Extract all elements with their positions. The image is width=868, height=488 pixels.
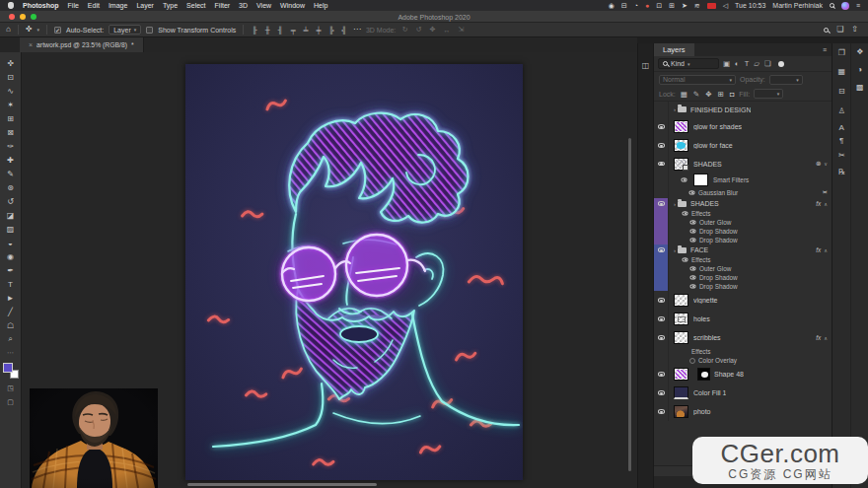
layer-thumbnail[interactable] xyxy=(674,368,688,381)
align-icon-2[interactable]: ╢ xyxy=(278,27,283,34)
tab-layers[interactable]: Layers xyxy=(654,43,694,56)
layer-visibility-cell[interactable] xyxy=(654,136,669,155)
align-icon-0[interactable]: ╟ xyxy=(253,27,257,34)
menu-item-layer[interactable]: Layer xyxy=(136,2,154,9)
layer-row[interactable]: Outer Glow xyxy=(654,218,832,227)
eraser-tool[interactable]: ◪ xyxy=(2,208,20,222)
layer-name[interactable]: photo xyxy=(693,408,711,415)
menu-item-window[interactable]: Window xyxy=(280,2,305,9)
layer-thumbnail[interactable] xyxy=(674,158,688,171)
layer-visibility-cell[interactable] xyxy=(654,291,669,310)
layer-visibility-cell[interactable] xyxy=(654,282,669,291)
layer-row[interactable]: glow for shades xyxy=(654,117,832,136)
layer-thumbnail[interactable] xyxy=(674,405,688,418)
eye-icon[interactable] xyxy=(690,221,696,225)
layer-name[interactable]: Outer Glow xyxy=(699,219,731,226)
eye-icon[interactable] xyxy=(658,201,665,206)
menu-item-help[interactable]: Help xyxy=(314,2,327,9)
airplay-icon[interactable]: ⊡ xyxy=(656,2,662,9)
frame-tool[interactable]: ⊠ xyxy=(2,125,20,139)
eye-icon[interactable] xyxy=(690,276,696,280)
layer-mask-thumbnail[interactable] xyxy=(697,368,710,381)
layer-row[interactable]: Outer Glow xyxy=(654,264,832,273)
eyedropper-tool[interactable]: ✑ xyxy=(2,139,20,153)
panel-menu-icon[interactable]: ≡ xyxy=(823,46,832,53)
edit-toolbar-icon[interactable]: ⋯ xyxy=(2,346,20,360)
search-icon[interactable] xyxy=(824,28,829,33)
align-icon-6[interactable]: ╠ xyxy=(329,27,334,34)
align-icon-3[interactable]: ╤ xyxy=(291,27,296,34)
layer-visibility-cell[interactable] xyxy=(654,117,669,136)
crop-tool[interactable]: ⊞ xyxy=(2,111,20,125)
filter-blend-options-icon[interactable]: ≍ xyxy=(823,188,828,196)
layer-visibility-cell[interactable] xyxy=(654,227,669,236)
layer-name[interactable]: holes xyxy=(693,315,710,322)
layer-filter-kind-dropdown[interactable]: Kind▾ xyxy=(658,58,719,69)
document-tab[interactable]: × artwork.psd @ 23.5% (RGB/8) * xyxy=(20,37,144,52)
layer-name[interactable]: Drop Shadow xyxy=(699,237,738,244)
eye-icon[interactable] xyxy=(658,390,665,395)
marquee-tool[interactable]: ⊡ xyxy=(2,70,20,84)
layer-visibility-cell[interactable] xyxy=(654,173,669,186)
tab-close-icon[interactable]: × xyxy=(29,41,33,48)
layer-row[interactable]: Effects xyxy=(654,255,832,264)
screen-mode-icon[interactable]: ▢ xyxy=(2,395,20,409)
properties-panel-icon[interactable]: ⊟ xyxy=(838,81,845,101)
share-icon[interactable]: ⇧ xyxy=(851,26,858,34)
layer-thumbnail[interactable] xyxy=(674,331,688,344)
input-language-flag-icon[interactable] xyxy=(707,3,716,9)
layer-filter-toggle[interactable] xyxy=(778,61,784,67)
layer-name[interactable]: SHADES xyxy=(690,200,719,207)
collapse-caret-icon[interactable]: ∨ xyxy=(824,161,828,167)
filter-smart-object-icon[interactable]: ❏ xyxy=(764,59,771,68)
pen-tool[interactable]: ✒ xyxy=(2,263,20,277)
layer-row[interactable]: holes xyxy=(654,310,832,328)
layer-row[interactable]: photo xyxy=(654,402,832,421)
eye-off-icon[interactable] xyxy=(689,358,695,364)
layer-thumbnail[interactable] xyxy=(674,139,688,152)
eye-icon[interactable] xyxy=(658,162,665,167)
group-caret-icon[interactable]: › xyxy=(674,247,676,253)
canvas-horizontal-scrollbar[interactable] xyxy=(187,483,377,486)
history-panel-icon[interactable]: ❐ xyxy=(838,43,845,61)
layer-row[interactable]: Color Fill 1 xyxy=(654,383,832,402)
layer-row[interactable]: glow for face xyxy=(654,136,832,155)
zoom-tool[interactable]: ⌕ xyxy=(2,332,20,346)
layer-name[interactable]: Color Overlay xyxy=(698,357,737,364)
layer-name[interactable]: Effects xyxy=(691,210,710,217)
adjustments-panel-icon[interactable]: ◑ xyxy=(857,59,862,79)
document-canvas[interactable] xyxy=(185,64,523,480)
eye-icon[interactable] xyxy=(658,143,665,148)
paragraph-panel-icon[interactable]: ¶ xyxy=(839,134,843,147)
eye-icon[interactable] xyxy=(658,335,665,340)
filter-pixel-icon[interactable]: ▣ xyxy=(723,59,730,68)
layer-visibility-cell[interactable] xyxy=(654,244,669,255)
layer-visibility-cell[interactable] xyxy=(654,264,669,273)
layer-visibility-cell[interactable] xyxy=(654,356,669,365)
layer-row[interactable]: SHADES⊚∨ xyxy=(654,155,832,173)
menu-item-file[interactable]: File xyxy=(68,2,79,9)
collapse-caret-icon[interactable]: ∧ xyxy=(824,247,828,253)
layer-thumbnail[interactable] xyxy=(674,120,688,133)
eye-icon[interactable] xyxy=(689,190,695,194)
record-icon[interactable]: ● xyxy=(645,2,649,9)
lock-icon-1[interactable]: ✎ xyxy=(693,90,699,99)
layer-visibility-cell[interactable] xyxy=(654,102,669,117)
fx-badge[interactable]: fx xyxy=(816,246,821,253)
layer-row[interactable]: Drop Shadow xyxy=(654,282,832,291)
layer-name[interactable]: Drop Shadow xyxy=(699,228,738,235)
canvas-vertical-scrollbar[interactable] xyxy=(628,138,631,471)
fx-badge[interactable]: fx xyxy=(816,334,821,341)
gradient-tool[interactable]: ▨ xyxy=(2,222,20,236)
eye-icon[interactable] xyxy=(690,267,696,271)
screen-mirroring-icon[interactable]: ⊞ xyxy=(669,2,675,9)
layer-visibility-cell[interactable] xyxy=(654,186,669,198)
layer-row[interactable]: Smart Filters xyxy=(654,173,832,186)
collapse-caret-icon[interactable]: ∧ xyxy=(824,335,828,341)
foreground-color-swatch[interactable] xyxy=(3,363,13,373)
layer-name[interactable]: Shape 48 xyxy=(714,371,744,378)
layer-name[interactable]: vignette xyxy=(693,297,718,304)
layer-visibility-cell[interactable] xyxy=(654,255,669,264)
eye-icon[interactable] xyxy=(658,247,665,252)
dodge-tool[interactable]: ◉ xyxy=(2,249,20,263)
